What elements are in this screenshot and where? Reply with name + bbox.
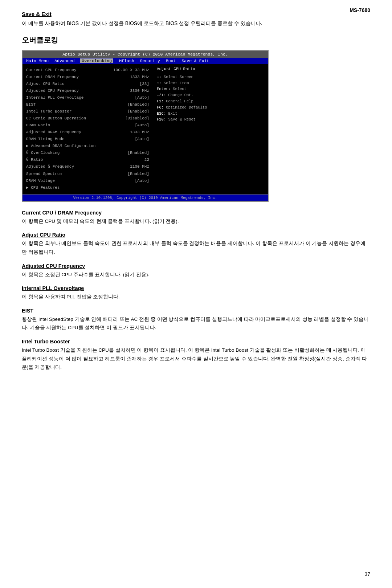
bios-row-eist: EIST [Enabled] bbox=[26, 101, 149, 108]
bios-row-dram-timing: DRAM Timing Mode [Auto] bbox=[26, 136, 149, 143]
shortcut-esc: ESC: Exit bbox=[157, 111, 264, 117]
shortcut-f6: F6: Optimized Defaults bbox=[157, 105, 264, 111]
bios-footer: Version 2.10.1208, Copyright (C) 2010 Am… bbox=[23, 194, 268, 201]
menu-advanced: Advanced bbox=[54, 58, 74, 63]
section-text-intel-turbo-booster: Intel Turbo Boost 기술을 지원하는 CPU를 설치하면 이 항… bbox=[22, 346, 370, 372]
section-heading-internal-pll: Internal PLL Overvoltage bbox=[22, 285, 370, 291]
section-text-adjust-cpu-ratio: 이 항목은 외부나 메인보드 클럭 속도에 관한 프로세서의 내부 클럭 속도를… bbox=[22, 239, 370, 256]
shortcut-change: -/+: Change Opt. bbox=[157, 92, 264, 98]
menu-boot: Boot bbox=[166, 58, 176, 63]
section-text-adjusted-cpu-freq: 이 항목은 조정된 CPU 주파수를 표시합니다. (읽기 전용). bbox=[22, 270, 370, 279]
section-internal-pll: Internal PLL Overvoltage이 항목을 사용하여 PLL 전… bbox=[22, 285, 370, 301]
bios-row-current-dram-freq: Current DRAM Frequency 1333 MHz bbox=[26, 74, 149, 81]
section-eist: EIST향상된 Intel SpeedStep 기술로 인해 배터리 또는 AC… bbox=[22, 308, 370, 332]
shortcut-f10: F10: Save & Reset bbox=[157, 117, 264, 123]
bios-row-gt-overclocking: G̃ OverClocking [Enabled] bbox=[26, 150, 149, 156]
section-text-eist: 향상된 Intel SpeedStep 기술로 인해 배터리 또는 AC 전원 … bbox=[22, 315, 370, 332]
menu-save-exit: Save & Exit bbox=[181, 58, 209, 63]
model-number: MS-7680 bbox=[350, 7, 370, 13]
bios-right-title: Adjust CPU Ratio bbox=[157, 67, 264, 71]
bios-row-cpu-features: ▶ CPU Features bbox=[26, 184, 149, 191]
bios-row-adjusted-cpu-freq: Adjusted CPU Frequency 3300 MHz bbox=[26, 87, 149, 94]
menu-mflash: Mflash bbox=[119, 58, 134, 63]
bios-screenshot: Aptio Setup Utility - Copyright (C) 2010… bbox=[22, 50, 269, 202]
bios-row-adv-dram-config: ▶ Advanced DRAM Configuration bbox=[26, 143, 149, 150]
shortcut-select-item: ↕: Select Item bbox=[157, 80, 264, 86]
section-heading-eist: EIST bbox=[22, 308, 370, 314]
bios-left-panel: Current CPU Frequency 100.00 X 33 MHz Cu… bbox=[23, 67, 153, 191]
bios-row-dram-ratio: DRAM Ratio [Auto] bbox=[26, 122, 149, 129]
sections-container: Current CPU / DRAM Frequency이 항목은 CPU 및 … bbox=[22, 210, 370, 372]
bios-row-dram-voltage: DRAM Voltage [Auto] bbox=[26, 177, 149, 184]
section-heading-intel-turbo-booster: Intel Turbo Booster bbox=[22, 339, 370, 344]
section-heading-adjusted-cpu-freq: Adjusted CPU Frequency bbox=[22, 263, 370, 269]
shortcut-enter: Enter: Select bbox=[157, 86, 264, 92]
section-cpu-dram-freq: Current CPU / DRAM Frequency이 항목은 CPU 및 … bbox=[22, 210, 370, 226]
section-heading-cpu-dram-freq: Current CPU / DRAM Frequency bbox=[22, 210, 370, 216]
section-text-cpu-dram-freq: 이 항목은 CPU 및 메모리 속도의 현재 클럭을 표시합니다. (읽기 전용… bbox=[22, 217, 370, 226]
menu-overclocking: Overclocking bbox=[80, 58, 113, 63]
bios-row-internal-pll: Internal PLL Overvoltage [Auto] bbox=[26, 94, 149, 101]
save-exit-section: Save & Exit 이 메뉴를 사용하여 BIOS 기본 값이나 설정을 B… bbox=[22, 11, 370, 28]
menu-main: Main Menu bbox=[26, 58, 49, 63]
bios-row-intel-turbo: Intel Turbo Booster [Enabled] bbox=[26, 108, 149, 115]
section-text-internal-pll: 이 항목을 사용하여 PLL 전압을 조정합니다. bbox=[22, 293, 370, 301]
bios-row-current-cpu-freq: Current CPU Frequency 100.00 X 33 MHz bbox=[26, 67, 149, 74]
section-intel-turbo-booster: Intel Turbo BoosterIntel Turbo Boost 기술을… bbox=[22, 339, 370, 372]
section-adjust-cpu-ratio: Adjust CPU Ratio이 항목은 외부나 메인보드 클럭 속도에 관한… bbox=[22, 232, 370, 256]
bios-shortcuts: ↔: Select Screen ↕: Select Item Enter: S… bbox=[157, 74, 264, 123]
bios-row-gt-ratio: G̃ Ratio 22 bbox=[26, 156, 149, 163]
save-exit-heading: Save & Exit bbox=[22, 11, 370, 17]
bios-row-gt-freq: Adjusted G̃ Frequency 1100 MHz bbox=[26, 163, 149, 170]
bios-title: Aptio Setup Utility - Copyright (C) 2010… bbox=[23, 51, 268, 58]
bios-menu-bar: Main Menu Advanced Overclocking Mflash S… bbox=[23, 58, 268, 64]
bios-row-adjust-cpu-ratio: Adjust CPU Ratio [33] bbox=[26, 81, 149, 87]
section-adjusted-cpu-freq: Adjusted CPU Frequency이 항목은 조정된 CPU 주파수를… bbox=[22, 263, 370, 279]
bios-row-adjusted-dram-freq: Adjusted DRAM Frequency 1333 MHz bbox=[26, 129, 149, 136]
section-heading-adjust-cpu-ratio: Adjust CPU Ratio bbox=[22, 232, 370, 238]
bios-row-oc-genie: OC Genie Button Operation [Disabled] bbox=[26, 115, 149, 122]
save-exit-text: 이 메뉴를 사용하여 BIOS 기본 값이나 설정을 BIOS에 로드하고 BI… bbox=[22, 19, 370, 28]
bios-right-panel: Adjust CPU Ratio ↔: Select Screen ↕: Sel… bbox=[153, 67, 268, 191]
bios-content: Current CPU Frequency 100.00 X 33 MHz Cu… bbox=[23, 64, 268, 194]
shortcut-select-screen: ↔: Select Screen bbox=[157, 74, 264, 80]
menu-security: Security bbox=[140, 58, 160, 63]
shortcut-f1: F1: General Help bbox=[157, 98, 264, 105]
bios-row-spread-spectrum: Spread Spectrum [Enabled] bbox=[26, 171, 149, 177]
page-number: 37 bbox=[364, 571, 370, 577]
overclocking-heading: 오버클로킹 bbox=[22, 35, 370, 45]
